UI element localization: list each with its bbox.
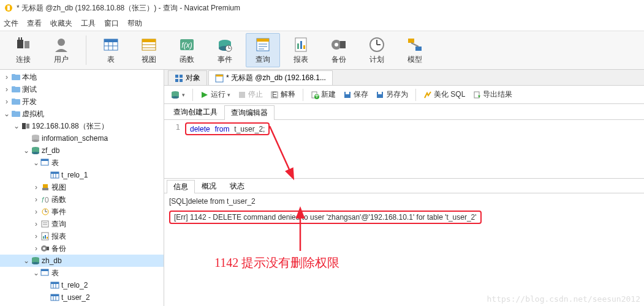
folder-icon	[11, 110, 21, 118]
tree-node-label: information_schema	[42, 134, 108, 143]
tree-node[interactable]: ›事件	[0, 206, 164, 218]
tree-node[interactable]: ⌄192.168.10.88（张三）	[0, 120, 164, 132]
result-tab-status[interactable]: 状态	[223, 179, 251, 193]
toolbar-report[interactable]: 报表	[284, 33, 318, 67]
tree-node[interactable]: ›本地	[0, 71, 164, 83]
chevron-right-icon[interactable]: ›	[32, 244, 40, 253]
toolbar-view[interactable]: 视图	[132, 33, 166, 67]
tree-node-label: 开发	[22, 97, 37, 107]
chevron-right-icon[interactable]: ›	[2, 97, 11, 106]
tree-node-label: 事件	[51, 207, 66, 217]
svg-rect-76	[45, 235, 46, 239]
chevron-right-icon[interactable]: ›	[2, 73, 11, 81]
db-selector[interactable]: ▾	[168, 89, 188, 101]
tables-icon	[40, 269, 50, 277]
toolbar-function[interactable]: f(x) 函数	[170, 33, 204, 67]
save-button[interactable]: 保存	[341, 88, 371, 101]
result-tab-info[interactable]: 信息	[167, 180, 195, 193]
menu-file[interactable]: 文件	[4, 18, 18, 29]
tree-node[interactable]: ⌄zf_db	[0, 144, 164, 157]
tree-node[interactable]: ⌄表	[0, 267, 164, 279]
tree-node[interactable]: ›报表	[0, 230, 164, 242]
chevron-right-icon[interactable]: ›	[32, 232, 40, 241]
chevron-right-icon[interactable]: ›	[32, 195, 40, 204]
tree-node[interactable]: ⌄zh_db	[0, 255, 164, 267]
db-on-icon	[31, 256, 40, 265]
menu-favorites[interactable]: 收藏夹	[50, 18, 72, 29]
explain-button[interactable]: E解释	[268, 88, 298, 101]
tab-query-untitled[interactable]: * 无标题 @zh_db (192.168.1...	[208, 70, 333, 85]
tree-node[interactable]: ›备份	[0, 242, 164, 255]
tree-node-label: zf_db	[42, 146, 59, 155]
new-button[interactable]: +新建	[308, 88, 338, 101]
tree-node[interactable]: ›视图	[0, 181, 164, 193]
export-button[interactable]: 导出结果	[470, 88, 515, 101]
chevron-right-icon[interactable]: ›	[32, 183, 40, 192]
tree-node[interactable]: ›测试	[0, 83, 164, 95]
toolbar-schedule[interactable]: 计划	[360, 33, 394, 67]
tree-node[interactable]: ›查询	[0, 218, 164, 230]
tree-node[interactable]: t_relo_1	[0, 169, 164, 181]
toolbar-backup[interactable]: 备份	[322, 33, 356, 67]
connection-tree[interactable]: ›本地›测试›开发⌄虚拟机⌄192.168.10.88（张三）informati…	[0, 70, 164, 306]
tree-node[interactable]: information_schema	[0, 132, 164, 144]
tree-node[interactable]: ›开发	[0, 95, 164, 108]
svg-point-57	[32, 152, 39, 154]
chevron-down-icon[interactable]: ⌄	[32, 159, 40, 167]
chevron-down-icon[interactable]: ⌄	[22, 146, 31, 155]
chevron-down-icon[interactable]: ⌄	[32, 269, 40, 277]
run-button[interactable]: 运行▾	[198, 88, 233, 101]
svg-rect-13	[142, 39, 156, 42]
schedule-icon	[368, 36, 385, 53]
toolbar-model[interactable]: 模型	[398, 33, 432, 67]
table-icon	[102, 36, 119, 53]
tab-objects[interactable]: 对象	[168, 70, 207, 85]
menu-bar: 文件 查看 收藏夹 工具 窗口 帮助	[0, 16, 644, 31]
svg-rect-117	[378, 92, 382, 94]
table-icon	[50, 281, 60, 289]
chevron-right-icon[interactable]: ›	[32, 207, 40, 216]
subtab-builder[interactable]: 查询创建工具	[167, 105, 224, 119]
toolbar-table[interactable]: 表	[94, 33, 128, 67]
toolbar-event[interactable]: 事件	[208, 33, 242, 67]
svg-rect-1	[7, 6, 10, 10]
toolbar-user[interactable]: 用户	[44, 33, 78, 67]
result-pane: [SQL]delete from t_user_2 [Err] 1142 - D…	[164, 193, 644, 306]
chevron-right-icon[interactable]: ›	[32, 220, 40, 228]
svg-rect-8	[104, 39, 118, 42]
backup-icon	[330, 36, 347, 53]
result-tab-summary[interactable]: 概况	[195, 179, 223, 193]
chevron-down-icon[interactable]: ⌄	[22, 256, 31, 265]
tree-node[interactable]: ›f0函数	[0, 193, 164, 206]
svg-text:f(x): f(x)	[181, 41, 192, 50]
saveas-button[interactable]: 另存为	[373, 88, 411, 101]
chevron-down-icon[interactable]: ⌄	[2, 110, 11, 118]
tree-node-label: t_relo_1	[61, 171, 88, 179]
chevron-down-icon[interactable]: ⌄	[12, 122, 21, 130]
tree-node[interactable]: ⌄表	[0, 157, 164, 169]
chevron-right-icon[interactable]: ›	[2, 85, 11, 94]
menu-window[interactable]: 窗口	[104, 18, 119, 29]
svg-rect-59	[41, 159, 48, 161]
svg-rect-77	[47, 237, 48, 239]
beautify-button[interactable]: 美化 SQL	[421, 88, 468, 101]
tree-node-label: 视图	[51, 182, 66, 193]
toolbar-query[interactable]: 查询	[246, 33, 280, 67]
menu-tools[interactable]: 工具	[81, 18, 96, 29]
tree-node[interactable]: t_relo_2	[0, 279, 164, 291]
menu-help[interactable]: 帮助	[127, 18, 142, 29]
db-off-icon	[31, 134, 40, 143]
menu-view[interactable]: 查看	[27, 18, 42, 29]
tree-node-label: 虚拟机	[22, 109, 44, 119]
tree-node-label: 本地	[22, 72, 37, 83]
db-on-icon	[31, 146, 40, 155]
stop-button[interactable]: 停止	[235, 88, 265, 101]
toolbar-connect[interactable]: 连接	[6, 33, 40, 67]
tree-node[interactable]: t_user_2	[0, 291, 164, 304]
query-action-bar: ▾ 运行▾ 停止 E解释 +新建 保存 另存为 美化 SQL 导出结果	[164, 86, 644, 104]
svg-rect-5	[21, 37, 22, 40]
subtab-editor[interactable]: 查询编辑器	[224, 105, 275, 120]
tree-node[interactable]: ›视图	[0, 304, 164, 306]
tree-node[interactable]: ⌄虚拟机	[0, 108, 164, 120]
sql-editor[interactable]: 1 delete from t_user_2;	[164, 120, 644, 179]
